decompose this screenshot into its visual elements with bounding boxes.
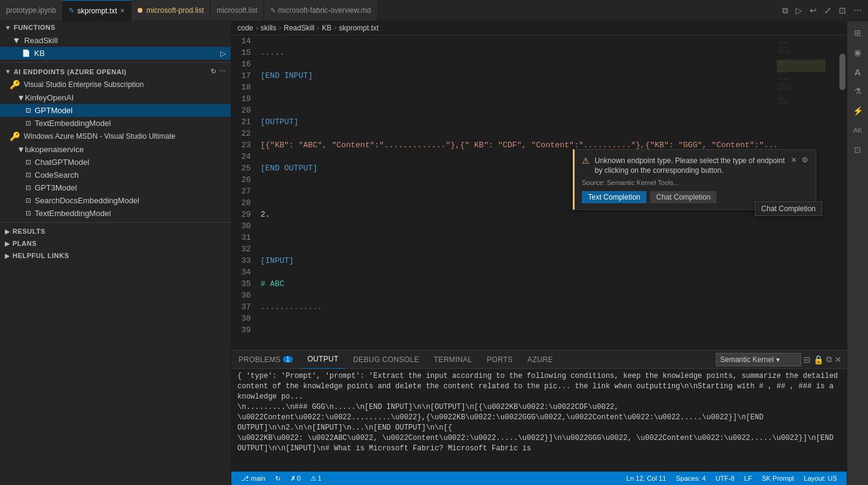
more-icon[interactable]: ⋯ xyxy=(219,68,226,75)
sidebar-section-functions[interactable]: ▼ FUNCTIONS xyxy=(0,21,231,33)
text-completion-button[interactable]: Text Completion xyxy=(582,191,646,203)
activity-flask-icon[interactable]: ⚗ xyxy=(849,82,867,100)
vs-enterprise-label: Visual Studio Enterprise Subscription xyxy=(24,80,144,89)
code-line-24: # ABC xyxy=(261,278,842,290)
textembedding-label: TextEmbeddingModel xyxy=(35,119,111,128)
panel-close-icon[interactable]: ✕ xyxy=(835,355,842,365)
status-encoding[interactable]: UTF-8 xyxy=(710,472,739,485)
status-eol[interactable]: LF xyxy=(740,472,757,485)
panel-content[interactable]: { 'type': 'Prompt', 'prompt': 'Extract t… xyxy=(231,369,847,472)
sidebar-item-searchdocs[interactable]: ⊡ SearchDocsEmbeddingModel xyxy=(0,194,231,207)
code-line-25: ............. xyxy=(261,301,842,313)
layout-icon[interactable]: ⊡ xyxy=(836,4,849,16)
panel-tab-debug[interactable]: DEBUG CONSOLE xyxy=(346,351,427,369)
toast-close-button[interactable]: ✕ xyxy=(791,156,797,164)
back-icon[interactable]: ↩ xyxy=(807,4,819,16)
status-branch[interactable]: ⎇ main xyxy=(236,472,270,485)
panel-tabs: PROBLEMS 1 OUTPUT DEBUG CONSOLE TERMINAL… xyxy=(231,351,847,369)
activity-terminal2-icon[interactable]: ⊡ xyxy=(849,141,867,159)
chevron-plans: ▶ xyxy=(5,240,10,247)
line-numbers: 14 15 16 17 18 19 20 21 22 23 24 25 26 2… xyxy=(231,35,256,350)
panel-tab-ports[interactable]: PORTS xyxy=(480,351,520,369)
split-editor-icon[interactable]: ⧉ xyxy=(780,4,791,17)
activity-eye-icon[interactable]: ◉ xyxy=(849,43,867,61)
code-line-27: ### GGG xyxy=(261,347,842,350)
sidebar-item-kb[interactable]: 📄 KB ▷ xyxy=(0,47,231,60)
run-kb-button[interactable]: ▷ xyxy=(220,49,226,58)
toast-settings-icon[interactable]: ⚙ xyxy=(802,156,808,164)
tab-close-skprompt[interactable]: ✕ xyxy=(120,7,125,14)
position-text: Ln 12, Col 11 xyxy=(626,475,666,482)
warning-status-icon: ⚠ xyxy=(310,475,317,483)
breadcrumb-file[interactable]: skprompt.txt xyxy=(339,24,379,32)
breadcrumb-code[interactable]: code xyxy=(237,24,253,32)
spaces-text: Spaces: 4 xyxy=(676,475,705,482)
separator-2 xyxy=(0,222,231,223)
status-layout[interactable]: Layout: US xyxy=(799,472,842,485)
model-icon-gpt3: ⊡ xyxy=(26,184,31,192)
chevron-functions: ▼ xyxy=(5,24,11,31)
tab-microsoft-prod[interactable]: microsoft-prod.list xyxy=(131,0,211,21)
chat-completion-button[interactable]: Chat Completion xyxy=(650,191,716,203)
activity-bolt-icon[interactable]: ⚡ xyxy=(849,102,867,120)
sidebar-section-helpful-links[interactable]: ▶ HELPFUL LINKS xyxy=(0,249,231,262)
status-warnings[interactable]: ⚠ 1 xyxy=(306,472,326,485)
panel-tab-azure-label: AZURE xyxy=(527,355,553,364)
status-spaces[interactable]: Spaces: 4 xyxy=(671,472,710,485)
warning-count: 1 xyxy=(318,475,321,482)
panel-tab-problems[interactable]: PROBLEMS 1 xyxy=(231,351,300,369)
more-tabs-icon[interactable]: ⋯ xyxy=(851,4,864,16)
panel-tab-ports-label: PORTS xyxy=(487,355,513,364)
status-sync[interactable]: ↻ xyxy=(270,472,285,485)
tab-prototype[interactable]: prototype.ipynb xyxy=(0,0,63,21)
status-errors[interactable]: ✗ 0 xyxy=(285,472,306,485)
activity-code-icon[interactable]: AK xyxy=(849,121,867,139)
sidebar-item-kinfeyopenai[interactable]: ▼ KinfeyOpenAI xyxy=(0,91,231,104)
sidebar-item-gpt3model[interactable]: ⊡ GPT3Model xyxy=(0,181,231,194)
breadcrumb-readskill[interactable]: ReadSkill xyxy=(284,24,315,32)
sidebar-section-plans[interactable]: ▶ PLANS xyxy=(0,237,231,249)
scrollbar-thumb[interactable] xyxy=(839,54,845,90)
semantic-kernel-dropdown[interactable]: Semantic Kernel ▾ xyxy=(716,353,801,366)
tab-fabric-overview[interactable]: ✎ microsoft-fabric-overview.md xyxy=(264,0,378,21)
minimap-highlight xyxy=(777,60,825,72)
sidebar-item-textembedding2[interactable]: ⊡ TextEmbeddingModel xyxy=(0,207,231,220)
sidebar-item-vs-enterprise[interactable]: 🔑 Visual Studio Enterprise Subscription xyxy=(0,78,231,91)
sidebar-item-lukopenai[interactable]: ▼ lukopenaiservice xyxy=(0,143,231,156)
sidebar-item-codesearch[interactable]: ⊡ CodeSearch xyxy=(0,169,231,181)
panel-copy-icon[interactable]: ⧉ xyxy=(826,354,832,365)
tab-skprompt[interactable]: ✎ skprompt.txt ✕ xyxy=(63,0,131,21)
activity-text-icon[interactable]: A xyxy=(849,63,867,81)
branch-icon: ⎇ xyxy=(241,475,249,483)
refresh-icon[interactable]: ↻ xyxy=(211,68,217,75)
sidebar-item-gptmodel[interactable]: ⊡ GPTModel xyxy=(0,104,231,117)
forward-icon[interactable]: ⤢ xyxy=(822,4,834,16)
sidebar-item-chatgptmodel[interactable]: ⊡ ChatGPTModel xyxy=(0,156,231,169)
status-sk-prompt[interactable]: SK Prompt xyxy=(757,472,799,485)
section-label-plans: PLANS xyxy=(13,240,37,247)
run-icon[interactable]: ▷ xyxy=(793,4,805,16)
tab-bar: prototype.ipynb ✎ skprompt.txt ✕ microso… xyxy=(0,0,868,21)
panel-tab-azure[interactable]: AZURE xyxy=(520,351,560,369)
tab-microsoft-list[interactable]: microsoft.list xyxy=(211,0,264,21)
scrollbar-track[interactable] xyxy=(838,35,847,350)
panel-tab-terminal[interactable]: TERMINAL xyxy=(427,351,480,369)
panel-format-icon[interactable]: ⊟ xyxy=(803,355,811,365)
toast-notification: ⚠ Unknown endpoint type. Please select t… xyxy=(573,149,816,210)
sidebar-item-readskill[interactable]: ▼ ReadSkill xyxy=(0,33,231,47)
panel-tab-output[interactable]: OUTPUT xyxy=(300,351,346,369)
sidebar-item-textembedding[interactable]: ⊡ TextEmbeddingModel xyxy=(0,117,231,130)
kinfeyopenai-label: KinfeyOpenAI xyxy=(25,93,74,102)
panel-lock-icon[interactable]: 🔒 xyxy=(813,355,824,365)
breadcrumb-skills[interactable]: skills xyxy=(261,24,276,32)
sidebar-section-results[interactable]: ▶ RESULTS xyxy=(0,225,231,237)
separator-1 xyxy=(0,62,231,63)
status-position[interactable]: Ln 12, Col 11 xyxy=(621,472,671,485)
toast-source: Source: Semantic Kernel Tools... xyxy=(582,179,808,186)
panel-tab-debug-label: DEBUG CONSOLE xyxy=(353,355,419,364)
breadcrumb-kb[interactable]: KB xyxy=(322,24,332,32)
sidebar-item-windows-azure[interactable]: 🔑 Windows Azure MSDN - Visual Studio Ult… xyxy=(0,130,231,143)
sk-prompt-text: SK Prompt xyxy=(761,475,794,482)
sidebar-section-ai-endpoints[interactable]: ▼ AI ENDPOINTS (AZURE OPENAI) ↻ ⋯ xyxy=(0,65,231,78)
activity-layers-icon[interactable]: ⊞ xyxy=(849,24,867,42)
